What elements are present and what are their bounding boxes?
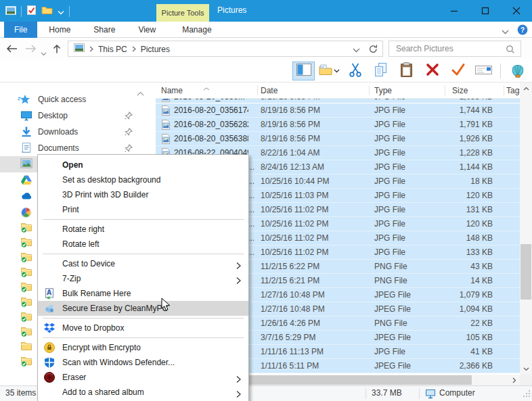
menu-item-rotate-left[interactable]: Rotate left [38, 237, 248, 252]
menu-item-label: Encrypt with Encrypto [62, 343, 141, 352]
search-input[interactable] [395, 42, 503, 55]
onedrive-icon [20, 191, 32, 203]
shell-extension-button[interactable] [506, 62, 529, 80]
menu-item-print[interactable]: Print [38, 202, 248, 217]
menu-item-label: 3D Print with 3D Builder [62, 190, 148, 199]
folder-check-icon [20, 296, 32, 308]
menu-item-bulk-rename-here[interactable]: ABulk Rename Here [38, 286, 248, 301]
sidebar-item-desktop[interactable]: Desktop [0, 108, 156, 124]
file-row[interactable]: 2016-08-20_0356388...8/19/16 8:56 PMJPG … [156, 132, 520, 146]
menu-item-encrypt-with-encrypto[interactable]: Encrypt with Encrypto [38, 340, 248, 355]
items-count: 35 items [5, 388, 36, 398]
breadcrumb-this-pc[interactable]: This PC [98, 45, 127, 54]
ribbon-tab-home[interactable]: Home [37, 22, 82, 38]
menu-item-add-to-a-shared-album[interactable]: Add to a shared album [38, 385, 248, 400]
cut-button[interactable] [344, 62, 366, 80]
navigation-pane-toggle-button[interactable] [292, 62, 315, 80]
delete-button[interactable] [421, 62, 443, 80]
menu-item-eraser[interactable]: Eraser [38, 370, 248, 385]
up-button[interactable] [52, 43, 62, 57]
sidebar-item-downloads[interactable]: Downloads [0, 124, 156, 140]
confirm-button[interactable] [447, 62, 469, 80]
ribbon-tab-label: View [138, 25, 156, 34]
file-type: JPEG File [374, 288, 411, 302]
address-dropdown-icon[interactable] [353, 45, 360, 55]
ribbon-tab-share[interactable]: Share [82, 22, 127, 38]
forward-button[interactable] [24, 44, 37, 56]
vertical-scrollbar[interactable] [520, 82, 532, 375]
column-header-row: Name Date Type Size Tags [156, 82, 520, 99]
paste-icon [399, 62, 414, 80]
file-type: JPG File [374, 118, 405, 131]
folder-check-icon [20, 311, 32, 323]
qat-caret-icon[interactable] [58, 5, 64, 18]
recent-locations-icon[interactable] [41, 47, 47, 59]
menu-separator [43, 318, 244, 319]
folder-check-icon [20, 237, 32, 249]
file-name: 2016-08-20_0356388... [174, 132, 248, 145]
file-type: JPG File [374, 245, 405, 259]
menu-item-open[interactable]: Open [38, 158, 248, 172]
scroll-up-icon[interactable] [520, 82, 532, 94]
close-button[interactable] [501, 0, 532, 22]
menu-item-move-to-dropbox[interactable]: Move to Dropbox [38, 321, 248, 335]
address-bar[interactable]: This PC Pictures [68, 41, 383, 57]
maximize-button[interactable] [470, 0, 501, 22]
scroll-down-icon[interactable] [520, 363, 532, 375]
column-header-name[interactable]: Name [161, 82, 183, 99]
file-date: 1/11/16 11:13 PM [261, 345, 324, 358]
menu-item-rotate-right[interactable]: Rotate right [38, 222, 248, 237]
menu-item-scan-with-windows-defender[interactable]: Scan with Windows Defender... [38, 355, 248, 370]
menu-item-secure-erase-by-cleanmypc[interactable]: Secure Erase by CleanMyPC [38, 301, 248, 316]
menu-item-set-as-desktop-background[interactable]: Set as desktop background [38, 172, 248, 187]
menu-item-3d-print-with-3d-builder[interactable]: 3D Print with 3D Builder [38, 187, 248, 202]
folder-icon [20, 341, 32, 353]
back-button[interactable] [5, 44, 18, 56]
file-date: 10/25/16 11:02 PM [261, 203, 329, 216]
sidebar-item-quick-access[interactable]: Quick access [0, 91, 156, 108]
column-header-type[interactable]: Type [374, 82, 392, 99]
vertical-scroll-thumb[interactable] [520, 244, 531, 300]
minimize-button[interactable] [439, 0, 470, 22]
help-icon[interactable]: ? [517, 24, 528, 38]
folder-small-icon[interactable] [41, 5, 53, 18]
paste-button[interactable] [395, 62, 418, 80]
menu-item-7-zip[interactable]: 7-Zip [38, 271, 248, 286]
nav-pane-icon [296, 63, 312, 79]
menu-item-label: Add to a shared album [62, 387, 144, 397]
ribbon-tab-label: Manage [182, 25, 211, 34]
collapse-ribbon-icon[interactable] [502, 25, 509, 37]
image-file-icon [161, 99, 171, 103]
check-document-icon[interactable] [26, 5, 37, 18]
search-box[interactable] [389, 41, 521, 57]
file-size: 1,228 KB [418, 146, 493, 160]
ribbon-tab-file[interactable]: File [4, 22, 37, 38]
rename-button[interactable] [472, 62, 495, 80]
quick-access-toolbar [5, 5, 70, 18]
scroll-right-icon[interactable] [509, 375, 520, 385]
column-header-tags[interactable]: Tags [506, 82, 520, 99]
window-title: Pictures [217, 5, 246, 15]
file-date: 8/19/16 8:56 PM [261, 103, 320, 117]
file-size: 105 KB [418, 331, 493, 344]
file-row[interactable]: 2016-08-20_0356...8/19/16 8:55 PMJPG Fil… [156, 99, 520, 103]
file-row[interactable]: 2016-08-20_0356282...8/19/16 8:56 PMJPG … [156, 118, 520, 132]
ribbon-tab-manage[interactable]: Manage [171, 22, 223, 38]
breadcrumb-pictures[interactable]: Pictures [141, 45, 170, 54]
rename-icon [474, 63, 493, 79]
file-type: JPEG File [374, 331, 411, 344]
ribbon-tab-view[interactable]: View [127, 22, 167, 38]
resize-grip[interactable] [523, 390, 531, 400]
picture-tools-tab[interactable]: Picture Tools [156, 4, 209, 22]
search-icon[interactable] [506, 45, 515, 57]
column-header-size[interactable]: Size [452, 82, 468, 99]
menu-item-cast-to-device[interactable]: Cast to Device [38, 256, 248, 271]
ribbon-tab-label: File [14, 25, 27, 34]
explorer-pictures-icon[interactable] [5, 5, 16, 18]
refresh-icon[interactable] [368, 44, 378, 56]
new-folder-button[interactable] [318, 62, 340, 80]
photos-icon [20, 207, 32, 219]
copy-button[interactable] [370, 62, 392, 80]
file-row[interactable]: 2016-08-20_0356174...8/19/16 8:56 PMJPG … [156, 103, 520, 118]
column-header-date[interactable]: Date [261, 82, 278, 99]
